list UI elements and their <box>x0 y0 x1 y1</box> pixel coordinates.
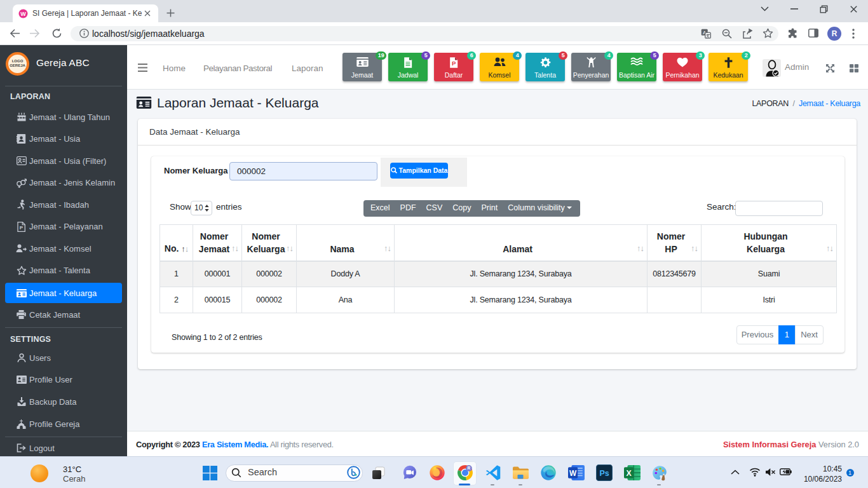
svg-text:W: W <box>20 10 26 17</box>
svg-text:Ps: Ps <box>599 469 609 478</box>
svg-text:P: P <box>20 225 24 231</box>
svg-text:X: X <box>626 469 632 478</box>
svg-text:P: P <box>452 60 456 67</box>
svg-text:W: W <box>569 469 577 478</box>
svg-text:R: R <box>467 466 470 470</box>
